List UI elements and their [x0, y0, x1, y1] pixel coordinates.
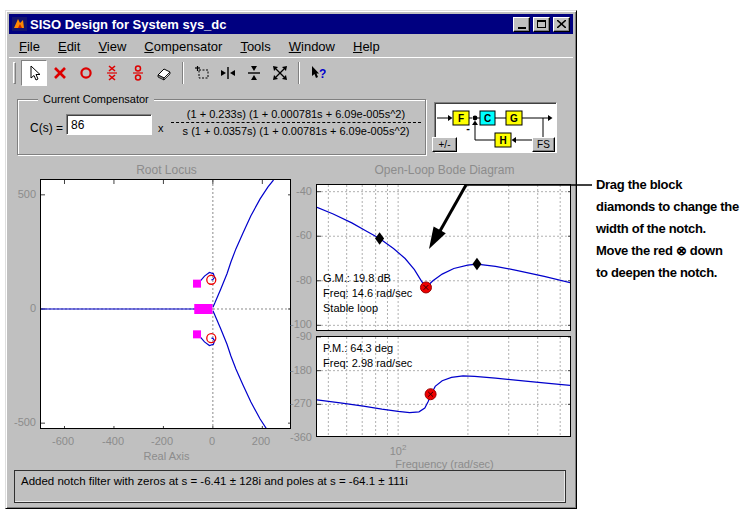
page: SISO Design for System sys_dc File Edit …: [0, 0, 750, 515]
zoom-y-button[interactable]: [241, 60, 267, 86]
real-axis-label: Real Axis: [40, 450, 293, 462]
rl-xtick: 200: [241, 435, 281, 447]
compensator-fraction: (1 + 0.233s) (1 + 0.000781s + 6.09e-005s…: [171, 107, 421, 138]
add-complex-pole-icon: [104, 65, 120, 81]
window-title: SISO Design for System sys_dc: [30, 17, 510, 32]
help-pointer-icon: ?: [310, 65, 326, 81]
add-real-zero-button[interactable]: [73, 60, 99, 86]
times-label: x: [158, 122, 164, 134]
zoom-box-button[interactable]: [189, 60, 215, 86]
numerator: (1 + 0.233s) (1 + 0.000781s + 6.09e-005s…: [171, 107, 421, 121]
open-loop-phase-curve: [317, 376, 571, 413]
group-label: Current Compensator: [38, 93, 154, 105]
select-arrow-button[interactable]: [21, 60, 47, 86]
status-bar: Added notch filter with zeros at s = -6.…: [14, 470, 566, 503]
rl-ytick: 0: [6, 302, 36, 314]
phase-margin-readout: P.M.: 64.3 deg Freq: 2.98 rad/sec: [323, 341, 412, 371]
minus-sign: -: [466, 122, 470, 134]
feedback-structure-button[interactable]: FS: [532, 137, 555, 152]
sign-toggle-button[interactable]: +/-: [432, 137, 457, 152]
menu-file[interactable]: File: [10, 37, 49, 56]
notch-zero-marker-upper[interactable]: [207, 275, 216, 284]
mag-ytick: -100: [278, 318, 312, 330]
mag-ytick: -60: [278, 229, 312, 241]
add-complex-pole-button[interactable]: [99, 60, 125, 86]
rl-xtick: -200: [142, 435, 182, 447]
notch-zero-marker-lower[interactable]: [207, 334, 216, 343]
toolbar: ?: [9, 57, 573, 87]
zoom-box-icon: [194, 65, 210, 81]
add-real-pole-button[interactable]: [47, 60, 73, 86]
current-compensator-group: Current Compensator C(s) = x (1 + 0.233s…: [17, 99, 426, 155]
menu-view[interactable]: View: [89, 37, 135, 56]
zoom-full-icon: [272, 65, 288, 81]
zoom-x-icon: [220, 65, 236, 81]
rl-xtick: -600: [43, 435, 83, 447]
block-C: C: [484, 113, 491, 124]
compensator-pole-marker-lower[interactable]: [193, 330, 201, 338]
block-H: H: [499, 135, 506, 146]
notch-width-diamond-left[interactable]: [375, 232, 384, 244]
zoom-full-button[interactable]: [267, 60, 293, 86]
maximize-button[interactable]: [533, 17, 550, 32]
compensator-pole-marker-upper[interactable]: [193, 280, 201, 288]
gain-margin-readout: G.M.: 19.8 dB Freq: 14.6 rad/sec Stable …: [323, 271, 412, 316]
frequency-axis-label: Frequency (rad/sec): [316, 458, 573, 470]
menu-tools[interactable]: Tools: [231, 37, 279, 56]
toolbar-grip[interactable]: [13, 62, 16, 84]
maximize-icon: [537, 20, 546, 28]
lower-asymptote-branch: [213, 311, 274, 429]
matlab-icon: [12, 17, 27, 31]
block-F: F: [458, 113, 464, 124]
toolbar-separator: [298, 62, 300, 84]
ph-ytick: -180: [278, 364, 312, 376]
mag-ytick: -80: [278, 274, 312, 286]
add-complex-zero-button[interactable]: [125, 60, 151, 86]
menu-bar: File Edit View Compensator Tools Window …: [10, 36, 573, 56]
status-text: Added notch filter with zeros at s = -6.…: [21, 475, 408, 487]
menu-window[interactable]: Window: [280, 37, 344, 56]
eraser-icon: [156, 65, 172, 81]
notch-width-diamond-right[interactable]: [472, 258, 481, 270]
menu-edit[interactable]: Edit: [49, 37, 89, 56]
context-help-button[interactable]: ?: [305, 60, 331, 86]
root-locus-plot[interactable]: [40, 179, 291, 429]
closed-loop-pole-marker-2[interactable]: [202, 304, 212, 314]
rl-xtick: 0: [192, 435, 232, 447]
gain-input[interactable]: [66, 114, 152, 135]
denominator: s (1 + 0.0357s) (1 + 0.00781s + 6.09e-00…: [171, 124, 421, 138]
minimize-icon: [518, 27, 526, 29]
block-G: G: [510, 113, 518, 124]
add-real-zero-icon: [78, 65, 94, 81]
add-real-pole-icon: [52, 65, 68, 81]
sum-junction: [473, 116, 478, 121]
close-button[interactable]: [553, 17, 570, 32]
ph-ytick: -360: [278, 431, 312, 443]
upper-asymptote-branch: [213, 180, 274, 307]
bode-title: Open-Loop Bode Diagram: [316, 163, 573, 177]
rl-xtick: -400: [93, 435, 133, 447]
callout-note: Drag the block diamonds to change the wi…: [596, 174, 748, 284]
svg-text:?: ?: [319, 67, 326, 81]
toolbar-separator: [182, 62, 184, 84]
zoom-x-button[interactable]: [215, 60, 241, 86]
ph-ytick: -90: [278, 330, 312, 342]
rl-ytick: -500: [6, 416, 36, 428]
mag-ytick: -40: [278, 185, 312, 197]
siso-design-window: SISO Design for System sys_dc File Edit …: [5, 10, 577, 509]
menu-help[interactable]: Help: [344, 37, 389, 56]
rl-ytick: 500: [6, 188, 36, 200]
fraction-divider: [171, 122, 421, 123]
title-bar[interactable]: SISO Design for System sys_dc: [9, 14, 573, 34]
freq-xtick: 102: [382, 443, 414, 457]
cs-equals-label: C(s) =: [30, 121, 63, 135]
minimize-button[interactable]: [513, 17, 530, 32]
root-locus-title: Root Locus: [40, 163, 293, 177]
select-arrow-icon: [26, 65, 42, 81]
close-icon: [557, 20, 566, 28]
delete-pole-zero-button[interactable]: [151, 60, 177, 86]
zoom-y-icon: [246, 65, 262, 81]
ph-ytick: -270: [278, 397, 312, 409]
menu-compensator[interactable]: Compensator: [135, 37, 231, 56]
add-complex-zero-icon: [130, 65, 146, 81]
